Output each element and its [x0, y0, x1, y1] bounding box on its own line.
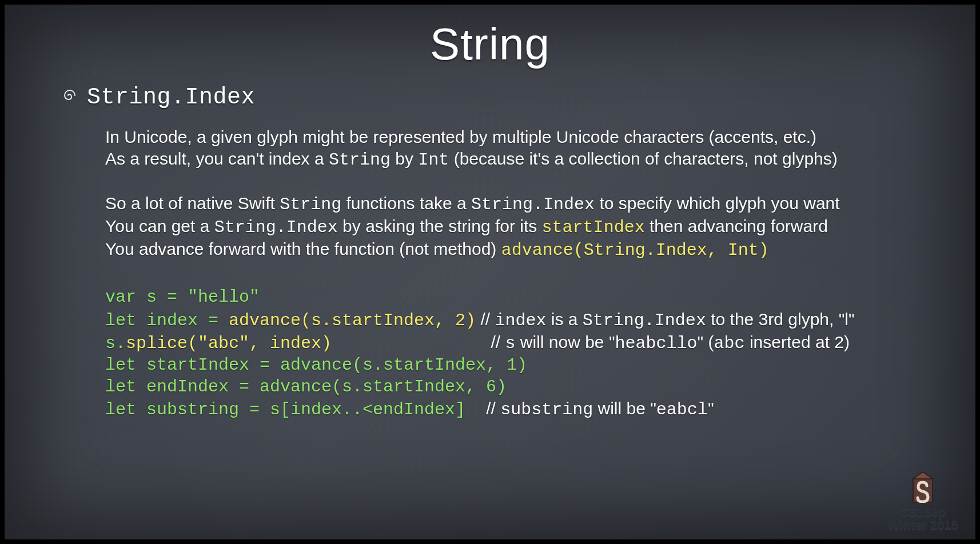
- text: by asking the string for its: [338, 217, 542, 235]
- comment-text: //: [486, 333, 505, 351]
- slide-content: String.Index In Unicode, a given glyph m…: [66, 85, 941, 421]
- code-inline-highlight: startIndex: [542, 218, 645, 237]
- code-inline: String.Index: [471, 195, 595, 214]
- text: In Unicode, a given glyph might be repre…: [105, 127, 816, 146]
- code-text: endIndex = advance(s.startIndex, 6): [136, 377, 507, 397]
- comment-text: ": [708, 399, 714, 418]
- text: You advance forward with the function (n…: [105, 239, 501, 258]
- body-paragraph-2: So a lot of native Swift String function…: [105, 193, 941, 261]
- section-subtitle: String.Index: [87, 85, 255, 110]
- code-call: advance(s.startIndex, 2): [229, 311, 476, 330]
- footer-term: Winter 2015: [888, 518, 958, 531]
- body-paragraph-1: In Unicode, a given glyph might be repre…: [105, 126, 941, 171]
- text: then advancing forward: [645, 217, 828, 235]
- comment-text: inserted at 2): [745, 333, 850, 351]
- text: to specify which glyph you want: [595, 194, 840, 213]
- comment-mono: String.Index: [583, 311, 706, 330]
- comment-text: will be ": [593, 399, 656, 418]
- text: (because it's a collection of characters…: [449, 149, 837, 168]
- comment-text: " (: [698, 333, 714, 351]
- text: You can get a: [105, 217, 214, 235]
- comment-text: to the 3rd glyph, "l": [706, 310, 855, 329]
- code-inline: String.Index: [214, 218, 338, 237]
- code-text: s.: [105, 334, 126, 353]
- text: by: [391, 149, 418, 168]
- code-inline-highlight: advance(String.Index, Int): [501, 241, 769, 260]
- code-inline: String: [280, 195, 341, 214]
- slide-footer: CS193p Winter 2015: [888, 470, 958, 531]
- code-block: var s = "hello" let index = advance(s.st…: [105, 286, 941, 421]
- spacer: [66, 171, 941, 193]
- stanford-logo-icon: [888, 470, 958, 503]
- code-text: index =: [136, 311, 229, 330]
- code-text: startIndex = advance(s.startIndex, 1): [136, 355, 527, 375]
- code-keyword: let: [105, 355, 136, 375]
- text: So a lot of native Swift: [105, 194, 280, 213]
- code-text: substring = s[index..<endIndex]: [136, 400, 486, 419]
- code-inline: Int: [418, 150, 449, 170]
- text: functions take a: [341, 194, 471, 213]
- spacer: [66, 261, 941, 286]
- spiral-bullet-icon: [62, 87, 87, 103]
- code-keyword: let: [105, 377, 136, 397]
- comment-mono: s: [505, 334, 515, 353]
- comment-mono: eabcl: [656, 400, 708, 419]
- code-call: splice("abc", index): [126, 334, 332, 353]
- bullet-row: String.Index: [66, 85, 941, 110]
- comment-mono: abc: [714, 334, 745, 353]
- comment-text: //: [486, 399, 500, 418]
- comment-text: will now be ": [515, 333, 615, 351]
- comment-mono: index: [495, 311, 546, 330]
- code-keyword: let: [105, 400, 136, 419]
- comment-text: is a: [546, 310, 582, 329]
- slide-title: String: [5, 18, 975, 70]
- comment-text: //: [476, 310, 495, 329]
- comment-mono: substring: [500, 400, 593, 419]
- code-keyword: var: [105, 287, 136, 307]
- code-keyword: let: [105, 311, 136, 330]
- code-text: s = "hello": [136, 287, 260, 307]
- code-pad: [332, 334, 486, 353]
- comment-mono: heabcllo: [615, 334, 698, 353]
- text: As a result, you can't index a: [105, 149, 329, 168]
- footer-course: CS193p: [888, 505, 958, 518]
- code-inline: String: [329, 150, 391, 170]
